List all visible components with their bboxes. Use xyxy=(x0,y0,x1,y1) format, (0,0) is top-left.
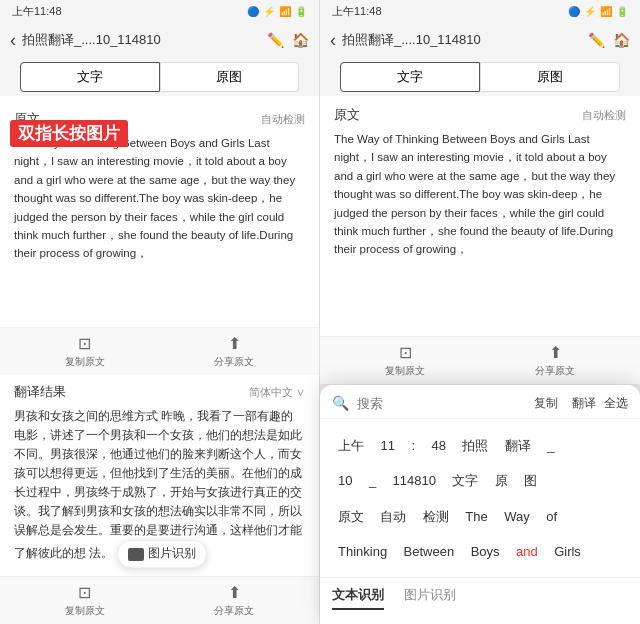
copy-icon: ⊡ xyxy=(78,334,91,353)
left-action-bar: ⊡ 复制原文 ⬆ 分享原文 xyxy=(0,327,319,375)
popup-word-8[interactable]: _ xyxy=(369,467,376,496)
right-time: 上午11:48 xyxy=(332,4,382,19)
popup-word-10[interactable]: 文字 xyxy=(452,467,478,496)
copy-original-button[interactable]: ⊡ 复制原文 xyxy=(65,334,105,369)
overlay-hint: 双指长按图片 xyxy=(10,120,128,147)
left-trans-title: 翻译结果 xyxy=(14,383,66,401)
popup-action-buttons: 复制 翻译 xyxy=(534,395,596,412)
copy-trans-icon: ⊡ xyxy=(78,583,91,602)
left-content: 双指长按图片 原文 自动检测 The Way of Thinking Betwe… xyxy=(0,96,319,327)
popup-word-20[interactable]: Between xyxy=(404,538,455,567)
share-original-button[interactable]: ⬆ 分享原文 xyxy=(214,334,254,369)
popup-overlay: 🔍 复制 翻译 全选 上午 11 : 48 拍照 翻译 _ 10 _ 11481… xyxy=(320,385,640,624)
home-icon[interactable]: 🏠 xyxy=(292,32,309,48)
share-icon: ⬆ xyxy=(228,334,241,353)
popup-word-16[interactable]: The xyxy=(465,503,487,532)
popup-search-input[interactable] xyxy=(357,396,526,411)
left-status-bar: 上午11:48 🔵 ⚡ 📶 🔋 xyxy=(0,0,319,22)
popup-select-all-button[interactable]: 全选 xyxy=(604,395,628,412)
popup-search-row: 🔍 复制 翻译 全选 xyxy=(320,385,640,419)
left-trans-lang[interactable]: 简体中文 ∨ xyxy=(249,385,305,400)
right-auto-detect: 自动检测 xyxy=(582,108,626,123)
popup-word-18[interactable]: of xyxy=(546,503,557,532)
popup-word-12[interactable]: 图 xyxy=(524,467,537,496)
right-title: 拍照翻译_....10_114810 xyxy=(342,31,588,49)
right-title-bar: ‹ 拍照翻译_....10_114810 ✏️ 🏠 xyxy=(320,22,640,58)
right-copy-label: 复制原文 xyxy=(385,364,425,378)
right-status-bar: 上午11:48 🔵 ⚡ 📶 🔋 xyxy=(320,0,640,22)
right-section-header: 原文 自动检测 xyxy=(334,106,626,124)
left-trans-text: 男孩和女孩之间的思维方式 昨晚，我看了一部有趣的电影，讲述了一个男孩和一个女孩，… xyxy=(14,407,305,568)
popup-word-0[interactable]: 上午 xyxy=(338,432,364,461)
right-edit-icon[interactable]: ✏️ xyxy=(588,32,605,48)
popup-word-2[interactable]: : xyxy=(411,432,415,461)
popup-word-21[interactable]: Boys xyxy=(471,538,500,567)
popup-word-11[interactable]: 原 xyxy=(495,467,508,496)
right-back-button[interactable]: ‹ xyxy=(330,30,336,51)
tab-text-left[interactable]: 文字 xyxy=(20,62,160,92)
right-share-label: 分享原文 xyxy=(535,364,575,378)
popup-word-23[interactable]: Girls xyxy=(554,538,581,567)
popup-word-13[interactable]: 原文 xyxy=(338,503,364,532)
popup-tab-text[interactable]: 文本识别 xyxy=(332,586,384,610)
left-title-bar: ‹ 拍照翻译_....10_114810 ✏️ 🏠 xyxy=(0,22,319,58)
left-trans-section: 翻译结果 简体中文 ∨ 男孩和女孩之间的思维方式 昨晚，我看了一部有趣的电影，讲… xyxy=(0,375,319,576)
right-tab-bar: 文字 原图 xyxy=(320,58,640,96)
popup-words-grid: 上午 11 : 48 拍照 翻译 _ 10 _ 114810 文字 原 图 原文… xyxy=(320,419,640,577)
popup-word-22[interactable]: and xyxy=(516,538,538,567)
img-recog-label: 图片识别 xyxy=(148,544,196,564)
left-status-icons: 🔵 ⚡ 📶 🔋 xyxy=(247,6,307,17)
tab-text-right[interactable]: 文字 xyxy=(340,62,480,92)
right-title-actions: ✏️ 🏠 xyxy=(588,32,630,48)
popup-word-1[interactable]: 11 xyxy=(380,432,394,461)
right-action-bar: ⊡ 复制原文 ⬆ 分享原文 xyxy=(320,336,640,384)
popup-word-19[interactable]: Thinking xyxy=(338,538,387,567)
right-copy-button[interactable]: ⊡ 复制原文 xyxy=(385,343,425,378)
popup-translate-button[interactable]: 翻译 xyxy=(572,395,596,412)
popup-tabs: 文本识别 图片识别 xyxy=(320,577,640,614)
right-original-text: The Way of Thinking Between Boys and Gir… xyxy=(334,130,626,259)
img-recog-bubble[interactable]: 图片识别 xyxy=(117,540,207,568)
right-copy-icon: ⊡ xyxy=(399,343,412,362)
right-home-icon[interactable]: 🏠 xyxy=(613,32,630,48)
edit-icon[interactable]: ✏️ xyxy=(267,32,284,48)
popup-word-15[interactable]: 检测 xyxy=(423,503,449,532)
share-label: 分享原文 xyxy=(214,355,254,369)
copy-trans-label: 复制原文 xyxy=(65,604,105,618)
popup-copy-button[interactable]: 复制 xyxy=(534,395,558,412)
right-status-icons: 🔵 ⚡ 📶 🔋 xyxy=(568,6,628,17)
left-time: 上午11:48 xyxy=(12,4,62,19)
share-trans-button[interactable]: ⬆ 分享原文 xyxy=(214,583,254,618)
copy-trans-button[interactable]: ⊡ 复制原文 xyxy=(65,583,105,618)
share-trans-icon: ⬆ xyxy=(228,583,241,602)
popup-word-5[interactable]: 翻译 xyxy=(505,432,531,461)
popup-word-14[interactable]: 自动 xyxy=(380,503,406,532)
copy-label: 复制原文 xyxy=(65,355,105,369)
left-bottom-bar: ⊡ 复制原文 ⬆ 分享原文 xyxy=(0,576,319,624)
right-section-title: 原文 xyxy=(334,106,360,124)
popup-word-7[interactable]: 10 xyxy=(338,467,352,496)
popup-search-icon: 🔍 xyxy=(332,395,349,411)
img-icon xyxy=(128,548,144,561)
left-tab-bar: 文字 原图 xyxy=(0,58,319,96)
popup-word-6[interactable]: _ xyxy=(547,432,554,461)
popup-word-4[interactable]: 拍照 xyxy=(462,432,488,461)
popup-word-9[interactable]: 114810 xyxy=(393,467,436,496)
left-back-button[interactable]: ‹ xyxy=(10,30,16,51)
left-trans-header: 翻译结果 简体中文 ∨ xyxy=(14,383,305,401)
popup-word-3[interactable]: 48 xyxy=(431,432,445,461)
left-auto-detect: 自动检测 xyxy=(261,112,305,127)
popup-word-17[interactable]: Way xyxy=(504,503,530,532)
left-title-actions: ✏️ 🏠 xyxy=(267,32,309,48)
right-share-button[interactable]: ⬆ 分享原文 xyxy=(535,343,575,378)
left-original-text: The Way of Thinking Between Boys and Gir… xyxy=(14,134,305,263)
share-trans-label: 分享原文 xyxy=(214,604,254,618)
tab-original-left[interactable]: 原图 xyxy=(160,62,300,92)
left-panel: 上午11:48 🔵 ⚡ 📶 🔋 ‹ 拍照翻译_....10_114810 ✏️ … xyxy=(0,0,320,624)
left-title: 拍照翻译_....10_114810 xyxy=(22,31,267,49)
right-share-icon: ⬆ xyxy=(549,343,562,362)
tab-original-right[interactable]: 原图 xyxy=(480,62,620,92)
popup-tab-image[interactable]: 图片识别 xyxy=(404,586,456,610)
right-content: 原文 自动检测 The Way of Thinking Between Boys… xyxy=(320,96,640,336)
